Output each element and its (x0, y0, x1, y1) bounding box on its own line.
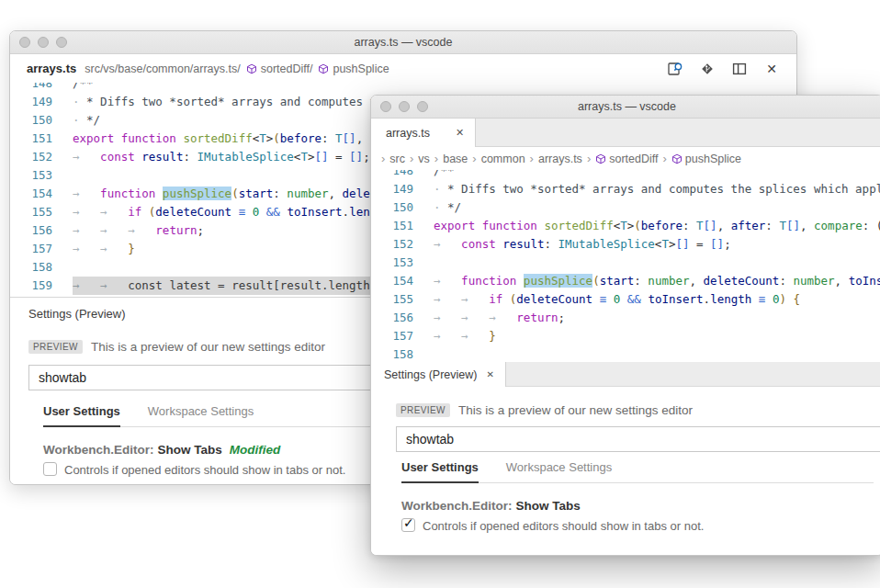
preview-badge: PREVIEW (28, 340, 83, 354)
line-number: 151 (371, 217, 413, 235)
split-editor-icon[interactable] (731, 61, 748, 77)
line-number: 156 (371, 309, 413, 327)
vscode-window-front: arrays.ts — vscode arrays.ts ✕ ›src›vs›b… (370, 95, 880, 556)
tab-workspace-settings[interactable]: Workspace Settings (506, 460, 612, 482)
code-line[interactable]: 151export function sortedDiff<T>(before:… (371, 217, 880, 235)
line-text[interactable]: · */ (434, 198, 880, 217)
preview-text: This is a preview of our new settings ed… (458, 403, 693, 417)
file-name[interactable]: arrays.ts (27, 62, 76, 75)
breadcrumb-symbol[interactable]: sortedDiff (595, 153, 658, 165)
editor-title-breadcrumb: arrays.ts src/vs/base/common/arrays.ts/ … (10, 54, 796, 84)
breadcrumb-item[interactable]: arrays.ts (538, 153, 582, 165)
line-text[interactable]: /** (73, 83, 796, 93)
show-tabs-checkbox[interactable] (401, 518, 415, 532)
editor-actions: ✕ (667, 61, 780, 77)
setting-name: Show Tabs (158, 443, 222, 457)
close-tab-icon[interactable]: ✕ (456, 127, 464, 139)
code-line[interactable]: 148/** (371, 170, 880, 180)
tab-arrays-ts[interactable]: arrays.ts ✕ (371, 119, 476, 147)
line-number: 153 (371, 254, 413, 272)
tab-workspace-settings[interactable]: Workspace Settings (148, 404, 254, 426)
titlebar[interactable]: arrays.ts — vscode (10, 31, 796, 54)
symbol-cube-icon (246, 63, 257, 74)
line-text[interactable]: → → if (deleteCount ≡ 0 && toInsert.leng… (434, 290, 880, 309)
chevron-right-icon: › (662, 152, 666, 165)
close-tab-icon[interactable]: ✕ (486, 369, 493, 379)
breadcrumb-item[interactable]: vs (418, 153, 430, 165)
chevron-right-icon: › (530, 152, 534, 165)
chevron-right-icon: › (434, 152, 438, 165)
chevron-right-icon: › (587, 152, 591, 165)
code-line[interactable]: 158 (371, 345, 880, 362)
line-number: 149 (10, 93, 52, 111)
titlebar[interactable]: arrays.ts — vscode (371, 96, 880, 119)
settings-tab-bar: Settings (Preview) ✕ (371, 362, 880, 387)
close-editor-icon[interactable]: ✕ (763, 61, 780, 77)
symbol-cube-icon (595, 153, 606, 164)
breadcrumb-item[interactable]: base (443, 153, 468, 165)
code-line[interactable]: 156→ → → return; (371, 309, 880, 327)
editor-tab-bar: arrays.ts ✕ (371, 119, 880, 147)
line-number: 154 (10, 185, 52, 203)
tab-settings-preview[interactable]: Settings (Preview) ✕ (371, 362, 506, 387)
line-number: 157 (10, 240, 52, 258)
tab-user-settings[interactable]: User Settings (43, 404, 120, 427)
chevron-right-icon: › (472, 152, 476, 165)
line-number: 150 (371, 198, 413, 217)
code-line[interactable]: 154→ function pushSplice(start: number, … (371, 272, 880, 290)
settings-scope-tabs: User Settings Workspace Settings (401, 460, 874, 483)
setting-category: Workbench.Editor: (43, 443, 154, 457)
line-number: 148 (371, 170, 413, 180)
line-number: 154 (371, 272, 413, 290)
setting-category: Workbench.Editor: (401, 499, 513, 513)
line-text[interactable]: /** (434, 170, 880, 180)
line-text[interactable]: → function pushSplice(start: number, del… (434, 272, 880, 290)
code-line[interactable]: 150· */ (371, 198, 880, 217)
symbol-cube-icon (671, 153, 683, 164)
git-compare-icon[interactable] (699, 61, 716, 77)
file-path[interactable]: src/vs/base/common/arrays.ts/ sortedDiff… (85, 62, 389, 75)
line-text[interactable] (434, 345, 880, 362)
breadcrumb-item[interactable]: src (389, 153, 405, 165)
line-number: 155 (10, 203, 52, 221)
tab-user-settings[interactable]: User Settings (401, 460, 479, 483)
code-line[interactable]: 148/** (10, 83, 796, 93)
line-text[interactable] (434, 254, 880, 272)
breadcrumb-item[interactable]: common (481, 153, 525, 165)
line-number: 149 (371, 180, 413, 198)
line-number: 151 (10, 130, 52, 148)
preview-row: PREVIEW This is a preview of our new set… (396, 403, 874, 417)
line-text[interactable]: · * Diffs two *sorted* arrays and comput… (434, 180, 880, 198)
line-number: 159 (10, 277, 52, 295)
line-number: 152 (371, 235, 413, 254)
line-number: 150 (10, 111, 52, 130)
settings-preview-panel: PREVIEW This is a preview of our new set… (371, 387, 880, 534)
setting-title: Workbench.Editor:Show Tabs (401, 499, 874, 513)
code-line[interactable]: 153 (371, 254, 880, 272)
line-text[interactable]: → → → return; (434, 309, 880, 327)
breadcrumb-symbol[interactable]: pushSplice (671, 153, 741, 165)
path-text[interactable]: src/vs/base/common/arrays.ts/ (85, 62, 241, 75)
code-line[interactable]: 157→ → } (371, 327, 880, 345)
code-editor[interactable]: 148/**149· * Diffs two *sorted* arrays a… (371, 170, 880, 362)
settings-search-input[interactable] (396, 426, 880, 452)
code-line[interactable]: 149· * Diffs two *sorted* arrays and com… (371, 180, 880, 198)
line-text[interactable]: export function sortedDiff<T>(before: T[… (434, 217, 880, 235)
preview-badge: PREVIEW (396, 403, 450, 417)
line-text[interactable]: → → } (434, 327, 880, 345)
setting-name: Show Tabs (516, 499, 581, 513)
chevron-right-icon: › (381, 152, 385, 165)
line-number: 156 (10, 221, 52, 240)
open-preview-icon[interactable] (667, 61, 683, 77)
line-text[interactable]: → const result: IMutableSplice<T>[] = []… (434, 235, 880, 254)
code-line[interactable]: 152→ const result: IMutableSplice<T>[] =… (371, 235, 880, 254)
setting-description: Controls if opened editors should show i… (423, 518, 704, 534)
symbol-sorteddiff[interactable]: sortedDiff/ (261, 62, 313, 75)
show-tabs-checkbox[interactable] (43, 462, 57, 476)
code-line[interactable]: 155→ → if (deleteCount ≡ 0 && toInsert.l… (371, 290, 880, 309)
line-number: 155 (371, 290, 413, 309)
chevron-right-icon: › (410, 152, 413, 165)
line-number: 158 (371, 345, 413, 362)
symbol-pushsplice[interactable]: pushSplice (333, 62, 389, 75)
line-number: 158 (10, 258, 52, 277)
